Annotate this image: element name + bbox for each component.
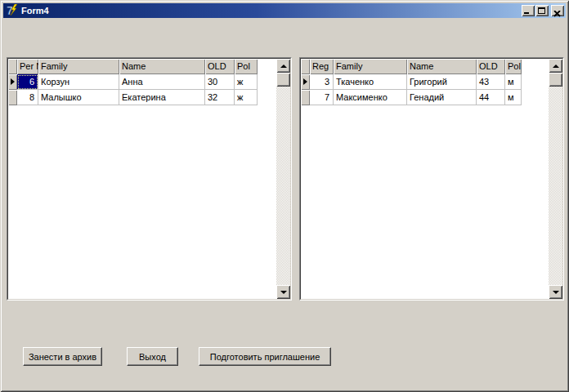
grid-cell[interactable]: Максименко	[334, 90, 407, 105]
scroll-down-button[interactable]	[276, 285, 290, 299]
column-header-pol[interactable]: Pol	[235, 59, 258, 74]
svg-text:7: 7	[7, 4, 13, 17]
delphi-app-icon[interactable]: 7	[6, 4, 19, 17]
maximize-icon	[538, 7, 545, 14]
grid-cell[interactable]: Ткаченко	[334, 74, 407, 90]
grid-client-area: Per N Family Name OLD Pol 6 Корзун Анна …	[7, 58, 291, 300]
grid-cell[interactable]: Григорий	[407, 74, 477, 90]
scroll-up-icon	[280, 65, 287, 68]
scroll-up-button[interactable]	[549, 59, 562, 73]
column-header-pol[interactable]: Pol	[505, 59, 522, 74]
grid-cells-area: Reg Family Name OLD Pol 3 Ткаченко Григо…	[301, 59, 549, 299]
titlebar[interactable]: 7 Form4	[3, 3, 566, 18]
row-indicator-cell	[301, 90, 310, 105]
minimize-icon	[524, 12, 529, 14]
column-header-old[interactable]: OLD	[477, 59, 505, 74]
women-data-grid: Per N Family Name OLD Pol 6 Корзун Анна …	[7, 57, 292, 301]
grid-cell[interactable]: 8	[17, 90, 38, 105]
grid-cell-selected[interactable]: 6	[17, 74, 38, 90]
grid-cell[interactable]: Анна	[119, 74, 205, 90]
table-row[interactable]: 6 Корзун Анна 30 ж	[8, 74, 276, 90]
scrollbar-track[interactable]	[549, 87, 562, 285]
column-header-family[interactable]: Family	[38, 59, 119, 74]
indicator-header-cell	[301, 59, 310, 74]
row-indicator-cell	[8, 90, 17, 105]
column-header-reg[interactable]: Reg	[310, 59, 334, 74]
men-data-grid: Reg Family Name OLD Pol 3 Ткаченко Григо…	[299, 57, 564, 301]
column-header-name[interactable]: Name	[119, 59, 205, 74]
row-indicator-cell	[8, 74, 17, 90]
grid-header-row: Per N Family Name OLD Pol	[8, 59, 276, 74]
row-indicator-icon	[303, 78, 307, 85]
grid-cell[interactable]: 3	[310, 74, 334, 90]
scrollbar-track[interactable]	[276, 87, 290, 285]
grid-cell[interactable]: 7	[310, 90, 334, 105]
grid-cell[interactable]: 32	[205, 90, 235, 105]
grid-cell[interactable]: 43	[477, 74, 505, 90]
grid-cell[interactable]: Корзун	[38, 74, 119, 90]
grid-cell[interactable]: м	[505, 90, 522, 105]
scrollbar-thumb[interactable]	[276, 73, 290, 87]
grid-cell[interactable]: 30	[205, 74, 235, 90]
table-row[interactable]: 3 Ткаченко Григорий 43 м	[301, 74, 549, 90]
scrollbar-thumb[interactable]	[549, 73, 562, 87]
scroll-down-icon	[553, 291, 559, 294]
column-header-per-n[interactable]: Per N	[17, 59, 38, 74]
archive-button[interactable]: Занести в архив	[23, 347, 102, 366]
window-form4: 7 Form4	[0, 0, 569, 392]
maximize-button[interactable]	[535, 5, 549, 16]
minimize-button[interactable]	[522, 5, 535, 16]
grid-cell[interactable]: ж	[235, 74, 258, 90]
grid-client-area: Reg Family Name OLD Pol 3 Ткаченко Григо…	[300, 58, 563, 300]
close-icon	[553, 7, 561, 14]
column-header-old[interactable]: OLD	[205, 59, 235, 74]
vertical-scrollbar[interactable]	[549, 59, 562, 299]
close-button[interactable]	[551, 5, 564, 16]
column-header-name[interactable]: Name	[407, 59, 477, 74]
scroll-up-button[interactable]	[276, 59, 290, 73]
vertical-scrollbar[interactable]	[276, 59, 290, 299]
grid-cell[interactable]: 44	[477, 90, 505, 105]
grid-cell[interactable]: м	[505, 74, 522, 90]
grid-cells-area: Per N Family Name OLD Pol 6 Корзун Анна …	[8, 59, 276, 299]
scroll-down-button[interactable]	[549, 285, 562, 299]
row-indicator-cell	[301, 74, 310, 90]
exit-button[interactable]: Выход	[127, 347, 178, 366]
column-header-family[interactable]: Family	[334, 59, 407, 74]
grid-header-row: Reg Family Name OLD Pol	[301, 59, 549, 74]
table-row[interactable]: 7 Максименко Генадий 44 м	[301, 90, 549, 105]
window-title: Form4	[21, 6, 521, 16]
indicator-header-cell	[8, 59, 17, 74]
grid-cell[interactable]: Екатерина	[119, 90, 205, 105]
grid-cell[interactable]: Малышко	[38, 90, 119, 105]
prepare-invitation-button[interactable]: Подготовить приглашение	[199, 347, 331, 366]
grid-cell[interactable]: ж	[235, 90, 258, 105]
table-row[interactable]: 8 Малышко Екатерина 32 ж	[8, 90, 276, 105]
window-controls	[521, 5, 564, 16]
scroll-up-icon	[553, 65, 559, 68]
scroll-down-icon	[280, 291, 287, 294]
row-indicator-icon	[11, 78, 15, 85]
grid-cell[interactable]: Генадий	[407, 90, 477, 105]
